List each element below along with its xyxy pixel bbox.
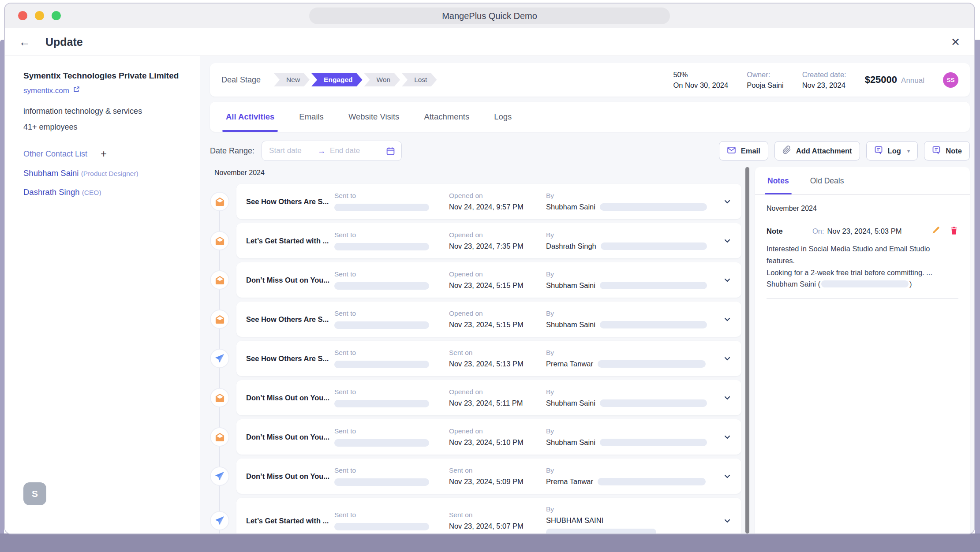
owner-value: Pooja Saini: [747, 81, 783, 90]
activity-card[interactable]: Let’s Get Started with ... Sent to Sent …: [236, 498, 741, 533]
activity-card[interactable]: Let’s Get Started with ... Sent to Opene…: [236, 223, 741, 258]
activity-item: Don’t Miss Out on You... Sent to Opened …: [210, 380, 742, 415]
tab-notes[interactable]: Notes: [767, 167, 789, 194]
email-button[interactable]: Email: [719, 141, 768, 160]
chevron-down-icon[interactable]: [718, 516, 732, 525]
date-range-label: Date Range:: [210, 146, 254, 156]
contact-item[interactable]: Shubham Saini (Product Designer): [23, 168, 187, 178]
company-domain-link[interactable]: symentix.com: [23, 86, 187, 95]
mail-open-icon: [210, 192, 229, 211]
mail-open-icon: [210, 310, 229, 329]
when-label: Opened on: [449, 310, 546, 317]
note-item: Note On: Nov 23, 2024, 5:03 PM I: [767, 226, 958, 298]
tab-website-visits[interactable]: Website Visits: [348, 102, 400, 132]
redacted-by: [600, 203, 707, 211]
when-value: Nov 23, 2024, 7:35 PM: [449, 242, 546, 250]
stage-engaged[interactable]: Engaged: [311, 73, 362, 86]
activity-title: See How Others Are S...: [246, 354, 334, 363]
by-value: Shubham Saini: [546, 203, 595, 211]
by-label: By: [546, 427, 707, 435]
contact-name[interactable]: Shubham Saini: [23, 168, 79, 178]
chevron-down-icon[interactable]: [718, 315, 732, 324]
trash-icon[interactable]: [950, 226, 958, 237]
redacted-by: [600, 321, 707, 328]
note-button[interactable]: Note: [924, 141, 970, 160]
modal-header: ← Update ✕: [5, 28, 974, 56]
probability-value: 50%: [673, 71, 728, 79]
note-line: Looking for a 2-week free trial before c…: [767, 267, 958, 279]
tab-all-activities[interactable]: All Activities: [226, 102, 274, 132]
end-date-input[interactable]: [329, 146, 375, 156]
calendar-icon[interactable]: [386, 146, 395, 156]
when-label: Sent on: [449, 466, 546, 474]
created-date-label: Created date:: [802, 71, 846, 79]
redacted-recipient: [334, 523, 429, 530]
mail-open-icon: [210, 270, 229, 290]
by-value: Dashrath Singh: [546, 242, 596, 250]
chevron-down-icon[interactable]: [718, 354, 732, 363]
date-range-picker[interactable]: →: [262, 141, 402, 161]
note-on-label: On:: [812, 227, 824, 235]
redacted-recipient: [334, 361, 429, 368]
floating-chat-badge[interactable]: S: [23, 482, 46, 505]
chevron-down-icon[interactable]: [718, 236, 732, 245]
stage-lost[interactable]: Lost: [402, 73, 437, 86]
activity-card[interactable]: Don’t Miss Out on You... Sent to Opened …: [236, 262, 741, 298]
activity-card[interactable]: Don’t Miss Out on You... Sent to Opened …: [236, 380, 741, 415]
activity-card[interactable]: See How Others Are S... Sent to Opened o…: [236, 184, 741, 219]
by-label: By: [546, 466, 707, 474]
add-attachment-button[interactable]: Add Attachment: [774, 141, 860, 160]
activity-item: See How Others Are S... Sent to Opened o…: [210, 302, 742, 337]
tab-logs[interactable]: Logs: [494, 102, 512, 132]
chevron-down-icon[interactable]: [718, 433, 732, 441]
activity-tabs: All Activities Emails Website Visits Att…: [210, 102, 970, 132]
zoom-window-button[interactable]: [52, 11, 61, 20]
redacted-recipient: [334, 439, 429, 447]
activity-item: Don’t Miss Out on You... Sent to Sent on…: [210, 459, 742, 494]
contact-item[interactable]: Dashrath Singh (CEO): [23, 187, 187, 197]
avatar[interactable]: SS: [943, 72, 958, 88]
chevron-down-icon[interactable]: [718, 276, 732, 284]
domain-text[interactable]: symentix.com: [23, 86, 69, 95]
page-title: Update: [45, 36, 83, 48]
when-value: Nov 23, 2024, 5:13 PM: [449, 360, 546, 368]
activity-card[interactable]: Don’t Miss Out on You... Sent to Opened …: [236, 419, 741, 455]
tab-emails[interactable]: Emails: [299, 102, 324, 132]
when-label: Opened on: [449, 427, 546, 435]
vertical-scrollbar[interactable]: [745, 167, 749, 533]
close-icon[interactable]: ✕: [951, 36, 960, 48]
log-button[interactable]: Log ▾: [866, 141, 918, 160]
amount-value: $25000: [865, 74, 897, 86]
activity-card[interactable]: Don’t Miss Out on You... Sent to Sent on…: [236, 459, 741, 494]
chevron-down-icon[interactable]: [718, 393, 732, 402]
sent-to-label: Sent to: [334, 310, 449, 317]
start-date-input[interactable]: [268, 146, 314, 156]
stage-new[interactable]: New: [274, 73, 310, 86]
by-value: Shubham Saini: [546, 438, 595, 447]
chevron-down-icon[interactable]: [718, 472, 732, 481]
when-value: Nov 23, 2024, 5:15 PM: [449, 321, 546, 329]
company-sidebar: Symentix Technologies Private Limited sy…: [5, 56, 200, 533]
add-contact-button[interactable]: +: [101, 149, 107, 159]
contact-name[interactable]: Dashrath Singh: [23, 187, 80, 197]
redacted-by: [598, 478, 706, 485]
minimize-window-button[interactable]: [35, 11, 44, 20]
tab-attachments[interactable]: Attachments: [424, 102, 469, 132]
envelope-icon: [727, 145, 736, 157]
back-icon[interactable]: ←: [19, 36, 30, 48]
when-value: Nov 23, 2024, 5:15 PM: [449, 281, 546, 290]
chevron-down-icon[interactable]: ▾: [907, 148, 910, 154]
external-link-icon[interactable]: [73, 86, 80, 95]
when-value: Nov 23, 2024, 5:11 PM: [449, 399, 546, 407]
activity-card[interactable]: See How Others Are S... Sent to Opened o…: [236, 302, 741, 337]
chevron-down-icon[interactable]: [718, 197, 732, 206]
tab-old-deals[interactable]: Old Deals: [810, 167, 844, 194]
mail-open-icon: [210, 231, 229, 250]
activity-title: Don’t Miss Out on You...: [246, 394, 334, 402]
when-value: Nov 24, 2024, 9:57 PM: [449, 203, 546, 211]
close-window-button[interactable]: [18, 11, 27, 20]
activity-card[interactable]: See How Others Are S... Sent to Sent on …: [236, 341, 741, 376]
window-shadow-left: [0, 40, 4, 552]
stage-won[interactable]: Won: [364, 73, 400, 86]
edit-pencil-icon[interactable]: [931, 226, 941, 237]
